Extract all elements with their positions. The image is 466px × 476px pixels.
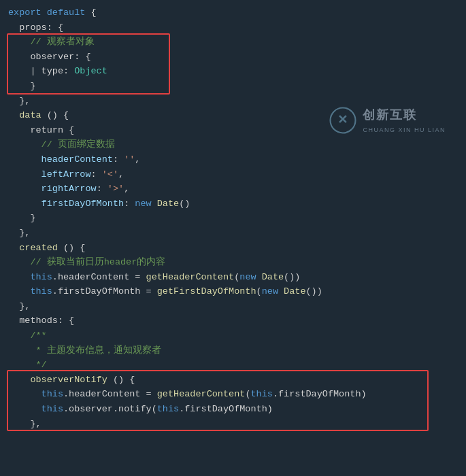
code-token: () { [107, 373, 135, 388]
code-line: } [0, 211, 466, 226]
code-token: }, [8, 299, 30, 314]
code-token: default [47, 5, 86, 20]
code-token: // 观察者对象 [8, 35, 95, 50]
code-token: , [124, 182, 129, 197]
code-token: | [8, 64, 41, 79]
code-line: methods: { [0, 313, 466, 328]
code-token: : [63, 64, 74, 79]
code-token: ( [234, 270, 239, 285]
code-token: observer: { [8, 50, 91, 65]
code-token: this [157, 402, 179, 417]
code-token: leftArrow [8, 167, 91, 182]
watermark-main-text: 创新互联 [363, 105, 417, 125]
code-token: ( [256, 284, 262, 299]
watermark: ✕ 创新互联 CHUANG XIN HU LIAN [329, 105, 446, 135]
code-token: () [179, 197, 190, 211]
code-line: this.headerContent = getHeaderContent(th… [0, 387, 466, 402]
watermark-text: 创新互联 CHUANG XIN HU LIAN [363, 105, 446, 135]
code-line: }, [0, 299, 466, 314]
code-line: export default { [0, 5, 466, 20]
code-token: Date [284, 284, 305, 299]
code-line: | type: Object [0, 64, 466, 79]
code-token: }, [8, 94, 30, 109]
code-token: : [113, 152, 124, 167]
code-token: '<' [102, 167, 118, 182]
watermark-icon: ✕ [329, 106, 357, 135]
code-line: // 观察者对象 [0, 35, 466, 50]
code-token: return { [8, 123, 74, 138]
code-token: .firstDayOfMonth = [52, 284, 157, 299]
code-line: // 页面绑定数据 [0, 137, 466, 152]
code-line: rightArrow: '>', [0, 182, 466, 197]
code-token: , [118, 167, 124, 182]
code-line: created () { [0, 241, 466, 256]
code-token: type [41, 64, 63, 79]
code-token: getHeaderContent [146, 270, 235, 285]
code-line: leftArrow: '<', [0, 167, 466, 182]
code-token: this [250, 387, 272, 402]
code-token: rightArrow [8, 182, 97, 197]
code-token: headerContent [8, 152, 113, 167]
code-token: methods: { [8, 313, 74, 328]
code-token: : [91, 167, 102, 182]
code-token: props: { [8, 20, 63, 35]
code-line: }, [0, 226, 466, 241]
code-token: new [135, 197, 156, 211]
code-token: ( [245, 387, 250, 402]
code-token: observerNotify [8, 373, 107, 388]
code-token: ()) [284, 270, 300, 285]
code-line: firstDayOfMonth: new Date() [0, 197, 466, 211]
code-token: // 获取当前日历header的内容 [8, 255, 165, 270]
code-line: * 主题发布信息，通知观察者 [0, 343, 466, 358]
code-token: this [8, 387, 63, 402]
code-token: /** [8, 328, 47, 343]
code-token: '' [124, 152, 135, 167]
code-token: ()) [306, 284, 322, 299]
code-token: data [8, 108, 47, 123]
code-token: */ [8, 358, 47, 373]
code-token: // 页面绑定数据 [8, 137, 115, 152]
code-token: : [124, 197, 135, 211]
code-token: , [135, 152, 140, 167]
code-line: // 获取当前日历header的内容 [0, 255, 466, 270]
code-token: this [8, 284, 52, 299]
code-block: export default { props: { // 观察者对象 obser… [0, 0, 466, 437]
watermark-sub-text: CHUANG XIN HU LIAN [363, 125, 446, 135]
code-token: { [85, 5, 96, 20]
code-token: firstDayOfMonth [8, 197, 124, 211]
code-token: () { [47, 108, 69, 123]
code-token: this [8, 402, 63, 417]
code-token: } [8, 211, 36, 226]
code-line: */ [0, 358, 466, 373]
code-token: export [8, 5, 47, 20]
code-line: this.observer.notify(this.firstDayOfMont… [0, 402, 466, 417]
code-token: this [8, 270, 52, 285]
code-token: getHeaderContent [157, 387, 246, 402]
code-token: '>' [107, 182, 124, 197]
code-token: : [97, 182, 107, 197]
code-line: observer: { [0, 50, 466, 65]
code-token: Date [157, 197, 179, 211]
code-line: }, [0, 417, 466, 432]
code-line: headerContent: '', [0, 152, 466, 167]
code-token: getFirstDayOfMonth [157, 284, 256, 299]
code-line: this.firstDayOfMonth = getFirstDayOfMont… [0, 284, 466, 299]
code-token: new [239, 270, 261, 285]
code-token: .firstDayOfMonth) [179, 402, 273, 417]
code-token: .headerContent = [63, 387, 157, 402]
code-token: .firstDayOfMonth) [273, 387, 367, 402]
svg-text:✕: ✕ [338, 112, 348, 126]
code-token: }, [8, 417, 41, 432]
code-token: Date [262, 270, 284, 285]
code-token: () { [58, 241, 86, 256]
code-line: /** [0, 328, 466, 343]
code-token: .headerContent = [52, 270, 146, 285]
code-line: } [0, 79, 466, 94]
code-line: observerNotify () { [0, 373, 466, 388]
code-token: } [8, 79, 36, 94]
code-token: .observer.notify( [63, 402, 157, 417]
code-token: created [8, 241, 58, 256]
code-token: * 主题发布信息，通知观察者 [8, 343, 161, 358]
code-token: new [262, 284, 284, 299]
code-line: props: { [0, 20, 466, 35]
